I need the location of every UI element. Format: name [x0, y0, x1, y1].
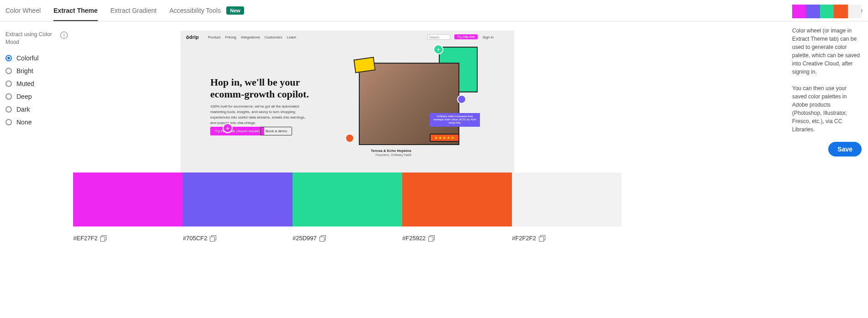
- right-panel: Color wheel (or image in Extract Theme t…: [786, 0, 868, 166]
- mood-option-bright[interactable]: Bright: [5, 67, 68, 75]
- mini-swatch-2[interactable]: [806, 5, 820, 18]
- preview-hero-btn2: Book a demo: [261, 127, 292, 135]
- new-badge: New: [226, 6, 244, 15]
- tab-extract-gradient[interactable]: Extract Gradient: [111, 7, 157, 21]
- copy-icon[interactable]: [428, 235, 435, 242]
- preview-hero-heading: Hop in, we'll be your ecomm-growth copil…: [210, 76, 329, 101]
- mood-option-dark[interactable]: Dark: [5, 106, 68, 113]
- mood-option-none[interactable]: None: [5, 119, 68, 126]
- swatch-label-3: #25D997: [293, 235, 402, 242]
- copy-icon[interactable]: [210, 235, 216, 242]
- preview-hero-btn1: Try Drip free (vroom vroom): [210, 127, 264, 135]
- center-panel: ȯdrip Product Pricing Integrations Custo…: [73, 22, 622, 260]
- preview-logo: ȯdrip: [186, 34, 199, 40]
- tab-accessibility-tools[interactable]: Accessibility Tools: [170, 7, 221, 21]
- swatch-3[interactable]: [293, 172, 402, 226]
- mood-options: Colorful Bright Muted Deep Dark None: [5, 54, 68, 126]
- swatch-labels-row: #EF27F2 #705CF2 #25D997 #F25922 #F2F2F2: [73, 235, 622, 242]
- swatch-label-5: #F2F2F2: [512, 235, 622, 242]
- swatch-label-1: #EF27F2: [73, 235, 183, 242]
- color-picker-green[interactable]: +: [433, 44, 443, 54]
- right-desc-2: You can then use your saved color palett…: [792, 84, 862, 134]
- preview-purple-banner: Ordinary Habit increased their average o…: [430, 113, 480, 127]
- copy-icon[interactable]: [539, 235, 545, 242]
- swatch-2[interactable]: [183, 172, 293, 226]
- mini-swatch-1[interactable]: [792, 5, 806, 18]
- color-picker-orange[interactable]: [345, 134, 354, 143]
- image-preview[interactable]: ȯdrip Product Pricing Integrations Custo…: [181, 31, 514, 172]
- mini-swatches: [792, 5, 862, 18]
- preview-caption-title: Founders, Ordinary Habit: [375, 153, 411, 156]
- info-icon[interactable]: i: [60, 32, 68, 39]
- preview-signin: Sign in: [483, 35, 494, 39]
- mini-swatch-4[interactable]: [834, 5, 847, 18]
- tab-color-wheel[interactable]: Color Wheel: [5, 7, 41, 21]
- preview-rating: ★★★★★: [430, 134, 459, 142]
- preview-search: Search: [427, 34, 450, 40]
- mood-label: Extract using Color Mood: [5, 31, 57, 46]
- swatch-label-2: #705CF2: [183, 235, 293, 242]
- preview-cta: Try Drip free: [454, 34, 478, 39]
- preview-hero-sub: 100% built for ecommerce, we've got all …: [210, 104, 311, 126]
- swatch-5[interactable]: [512, 172, 622, 226]
- mood-option-muted[interactable]: Muted: [5, 80, 68, 87]
- swatch-1[interactable]: [73, 172, 183, 226]
- preview-envelope-icon: [353, 57, 376, 73]
- swatch-label-4: #F25922: [402, 235, 512, 242]
- copy-icon[interactable]: [320, 235, 326, 242]
- swatches-row: [73, 172, 622, 226]
- top-tabs: Color Wheel Extract Theme Extract Gradie…: [0, 0, 868, 22]
- mood-option-deep[interactable]: Deep: [5, 93, 68, 100]
- tab-extract-theme[interactable]: Extract Theme: [53, 7, 97, 21]
- mini-swatch-3[interactable]: [820, 5, 834, 18]
- right-desc-1: Color wheel (or image in Extract Theme t…: [792, 27, 862, 76]
- mood-panel: Extract using Color Mood i Colorful Brig…: [0, 22, 73, 260]
- mood-option-colorful[interactable]: Colorful: [5, 54, 68, 62]
- copy-icon[interactable]: [100, 235, 107, 242]
- swatch-4[interactable]: [402, 172, 512, 226]
- save-button[interactable]: Save: [828, 142, 862, 156]
- preview-nav: Product Pricing Integrations Customers L…: [208, 35, 296, 39]
- preview-caption-name: Teresa & Echo Hopkins: [371, 149, 411, 153]
- preview-photo: [359, 63, 459, 145]
- color-picker-pink[interactable]: +: [223, 123, 233, 133]
- mini-swatch-5[interactable]: [848, 5, 862, 18]
- color-picker-purple[interactable]: [457, 95, 466, 104]
